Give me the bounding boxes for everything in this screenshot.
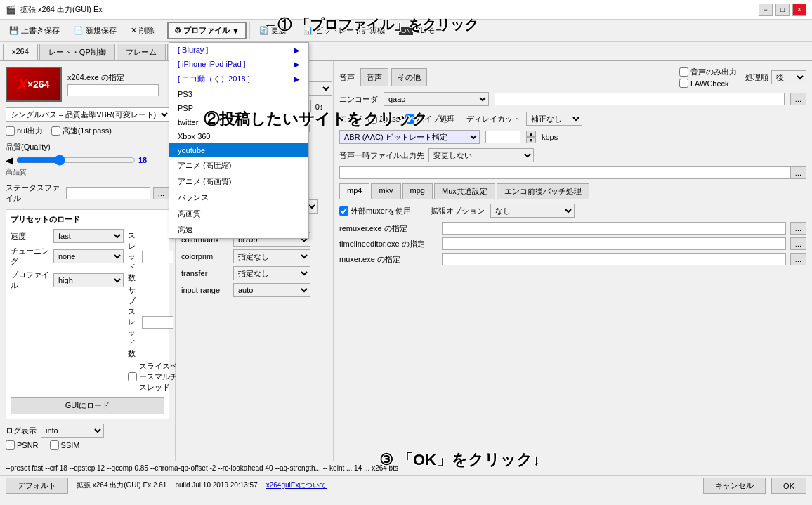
timeline-input[interactable]: ¥exe_files¥timelineeditor.exe [442, 237, 786, 250]
mode-select[interactable]: シングルパス – 品質基準VBR(可変レート) [6, 107, 171, 122]
dropdown-item-5[interactable]: twitter [169, 115, 308, 129]
dropdown-item-12[interactable]: 高速 [169, 222, 308, 238]
slider-row: ◀ 18 [6, 155, 169, 166]
quality-label: 品質(Quality) [6, 142, 51, 152]
tab-x264[interactable]: x264 [3, 44, 38, 60]
dropdown-item-6[interactable]: Xbox 360 [169, 129, 308, 143]
tab-mp4[interactable]: mp4 [339, 183, 369, 199]
subthread-input[interactable]: 0 [142, 316, 173, 329]
maximize-button[interactable]: □ [775, 4, 790, 16]
gui-load-button[interactable]: GUIにロード [11, 397, 164, 414]
quality-slider[interactable] [16, 155, 136, 166]
dropdown-item-10[interactable]: バランス [169, 190, 308, 206]
bitrate-input[interactable]: 256 [485, 131, 520, 143]
dropdown-item-11[interactable]: 高画質 [169, 206, 308, 222]
overwrite-save-button[interactable]: 💾 上書き保存 [3, 22, 66, 40]
slice-thread-checkbox[interactable]: スライスベースマルチスレッド [128, 361, 183, 393]
dropdown-item-label-3: PS3 [178, 90, 192, 98]
tab-batch[interactable]: エンコ前後バッチ処理 [497, 183, 589, 199]
muxer-label: muxer.exe の指定 [339, 254, 438, 265]
dropdown-item-2[interactable]: [ ニコ動（く）2018 ]▶ [169, 71, 308, 87]
encoder-option-input[interactable] [495, 93, 785, 105]
dropdown-item-label-10: バランス [178, 192, 209, 203]
tab-rate-qp[interactable]: レート・QP制御 [39, 44, 115, 60]
dropdown-item-1[interactable]: [ iPhone iPod iPad ]▶ [169, 57, 308, 71]
delete-button[interactable]: ✕ 削除 [124, 22, 161, 40]
remuxer-label: remuxer.exe の指定 [339, 223, 438, 234]
cancel-button[interactable]: キャンセル [703, 478, 766, 494]
encoder-select[interactable]: qaac [384, 92, 489, 106]
dropdown-item-4[interactable]: PSP [169, 101, 308, 115]
other-tab[interactable]: その他 [391, 68, 427, 86]
default-button[interactable]: デフォルト [6, 478, 68, 494]
ssim-checkbox[interactable]: SSIM [50, 440, 80, 450]
encoder-browse-button[interactable]: ... [790, 93, 806, 105]
remuxer-browse-button[interactable]: ... [790, 222, 806, 235]
colorprim-select[interactable]: 指定なし [233, 249, 310, 263]
nul-output-checkbox[interactable]: nul出力 [6, 126, 43, 136]
ok-button[interactable]: OK [771, 478, 806, 494]
audio-only-checkbox[interactable]: 音声のみ出力 [679, 67, 737, 77]
tuning-row: チューニング none [11, 246, 124, 267]
minimize-button[interactable]: － [759, 4, 773, 16]
audio-tmp-label: 音声一時ファイル出力先 [339, 150, 424, 161]
twopass-checkbox[interactable]: 2pass [368, 114, 400, 124]
dropdown-item-8[interactable]: アニメ (高圧縮) [169, 157, 308, 173]
audio-tab[interactable]: 音声 [360, 68, 388, 86]
abr-select[interactable]: ABR (AAC) ビットレート指定 [339, 130, 480, 144]
inputrange-row: input range auto [181, 283, 327, 297]
tab-frame[interactable]: フレーム [117, 44, 166, 60]
timeline-browse-button[interactable]: ... [790, 237, 806, 250]
dropdown-item-9[interactable]: アニメ (高画質) [169, 173, 308, 190]
right-checkboxes: 音声のみ出力 FAWCheck [679, 67, 737, 88]
process-order-label: 処理順 [745, 72, 768, 83]
ext-option-select[interactable]: なし [490, 204, 575, 218]
submenu-arrow-icon: ▶ [294, 75, 300, 83]
muxer-input[interactable]: ¥exe_files¥muxer.exe [442, 253, 786, 265]
exe-path-input[interactable]: ¥exe_files¥x264_2 [67, 84, 159, 96]
tab-mpg[interactable]: mpg [402, 183, 433, 199]
close-button[interactable]: × [792, 4, 806, 16]
new-save-button[interactable]: 📄 新規保存 [67, 22, 123, 40]
psnr-checkbox[interactable]: PSNR [6, 440, 39, 450]
bitrate-down-button[interactable]: ▼ [526, 137, 536, 143]
toolbar: 💾 上書き保存 📄 新規保存 ✕ 削除 ⚙ プロファイル ▼ 🔄 更新* 📊 ビ… [0, 20, 812, 42]
cli-mode-button[interactable]: ON CLIモー [393, 22, 449, 40]
about-link[interactable]: x264guiExについて [266, 478, 327, 494]
audio-tmp-path-input[interactable] [339, 166, 790, 179]
process-order-select[interactable]: 後 [771, 70, 806, 84]
dropdown-item-7[interactable]: youtube [169, 143, 308, 157]
bottom-actions: キャンセル OK [703, 478, 806, 494]
bitrate-up-button[interactable]: ▲ [526, 131, 536, 137]
fawcheck-checkbox[interactable]: FAWCheck [679, 79, 737, 88]
dropdown-item-0[interactable]: [ Bluray ]▶ [169, 43, 308, 57]
thread-count-input[interactable]: 0 [142, 251, 173, 263]
threads-area: スレッド数 0 ▲ ▼ サブスレッド数 0 ▲ [128, 230, 183, 393]
tuning-select[interactable]: none [53, 249, 124, 263]
remuxer-input[interactable]: ¥exe_files¥remuxer.exe [442, 222, 786, 235]
profile-select[interactable]: high [53, 273, 124, 287]
high-speed-checkbox[interactable]: 高速(1st pass) [51, 126, 112, 136]
preset-title: プリセットのロード [11, 214, 164, 225]
pipe-checkbox[interactable]: パイプ処理 [405, 114, 455, 124]
speed-select[interactable]: fast [53, 229, 124, 243]
external-muxer-checkbox[interactable]: 外部muxerを使用 [339, 206, 411, 216]
audio-tmp-select[interactable]: 変更しない [428, 148, 534, 162]
stats-file-input[interactable]: %{savfile}.stats [66, 187, 150, 199]
muxer-browse-button[interactable]: ... [790, 253, 806, 265]
main-tabs: x264 レート・QP制御 フレーム 拡張 [0, 42, 812, 61]
colorprim-row: colorprim 指定なし [181, 249, 327, 263]
tab-mkv[interactable]: mkv [371, 183, 400, 199]
inputrange-select[interactable]: auto [233, 283, 310, 297]
dropdown-item-3[interactable]: PS3 [169, 87, 308, 101]
tab-mux-settings[interactable]: Mux共通設定 [434, 183, 495, 199]
update-button[interactable]: 🔄 更新* [253, 22, 296, 40]
profile-button[interactable]: ⚙ プロファイル ▼ [167, 22, 247, 39]
logo-area: X ×264 x264.exe の指定 ¥exe_files¥x264_2 [6, 67, 169, 102]
delay-cut-select[interactable]: 補正なし [526, 112, 582, 126]
stats-browse-button[interactable]: ... [153, 187, 169, 199]
log-select[interactable]: info [41, 424, 104, 438]
audio-tmp-browse-button[interactable]: ... [790, 166, 806, 179]
bitrate-calc-button[interactable]: 📊 ビットレート計算機 [297, 22, 391, 40]
transfer-select[interactable]: 指定なし [233, 266, 310, 280]
